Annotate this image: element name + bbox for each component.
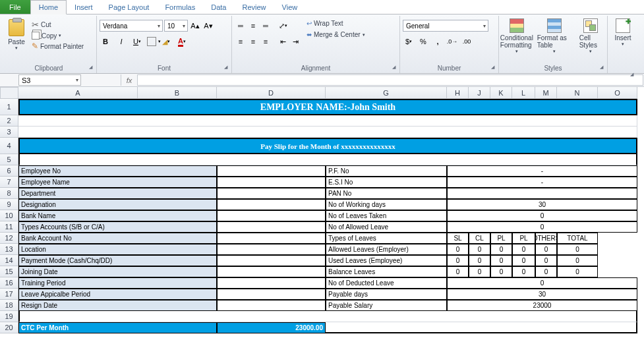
label-8-g[interactable]: PAN No <box>326 188 447 199</box>
val-10-d[interactable] <box>217 210 326 221</box>
row-header-18[interactable]: 18 <box>0 300 18 311</box>
row-header-2[interactable]: 2 <box>0 115 18 127</box>
val-9-d[interactable] <box>217 199 326 210</box>
leave-13-1[interactable]: 0 <box>469 244 490 255</box>
leave-14-2[interactable]: 0 <box>490 255 512 266</box>
row-header-9[interactable]: 9 <box>0 199 18 210</box>
fx-icon[interactable]: fx <box>121 74 138 86</box>
font-size-select[interactable]: 10 <box>164 20 188 32</box>
tab-data[interactable]: Data <box>203 0 234 14</box>
label-13-g[interactable]: Allowed Leaves (Employer) <box>326 244 447 255</box>
row-header-12[interactable]: 12 <box>0 233 18 244</box>
align-right-button[interactable]: ≡ <box>260 36 272 47</box>
row-header-4[interactable]: 4 <box>0 138 18 154</box>
col-header-J[interactable]: J <box>469 87 490 99</box>
leave-13-5[interactable]: 0 <box>557 244 598 255</box>
font-name-select[interactable]: Verdana <box>100 20 163 32</box>
percent-button[interactable]: % <box>417 36 429 47</box>
val-10-right[interactable]: 0 <box>447 210 637 221</box>
payslip-month-banner[interactable]: Pay Slip for the Month of xxxxxxxxxxxxxx… <box>18 138 637 154</box>
tab-insert[interactable]: Insert <box>67 0 101 14</box>
val-7-right[interactable]: - <box>447 177 637 188</box>
label-15-a[interactable]: Joining Date <box>18 266 217 277</box>
blank-row[interactable] <box>18 154 637 165</box>
shrink-font-button[interactable]: A▾ <box>202 20 214 32</box>
row-header-7[interactable]: 7 <box>0 177 18 188</box>
label-16-g[interactable]: No of Deducted Leave <box>326 277 447 289</box>
leave-head-SL[interactable]: SL <box>447 233 469 244</box>
label-11-a[interactable]: Types Accounts (S/B or C/A) <box>18 221 217 233</box>
val-7-d[interactable] <box>217 177 326 188</box>
col-header-M[interactable]: M <box>535 87 557 99</box>
leave-head-TOTAL[interactable]: TOTAL <box>557 233 598 244</box>
val-11-right[interactable]: 0 <box>447 221 637 233</box>
ctc-rest[interactable] <box>326 322 637 333</box>
row-header-5[interactable]: 5 <box>0 154 18 165</box>
tab-pagelayout[interactable]: Page Layout <box>101 0 158 14</box>
col-header-L[interactable]: L <box>512 87 535 99</box>
italic-button[interactable]: I <box>115 36 127 47</box>
borders-button[interactable]: ▾ <box>147 37 156 46</box>
insert-cells-button[interactable]: ✚ Insert▾ <box>610 17 635 48</box>
align-top-button[interactable]: ═ <box>235 20 247 32</box>
label-6-a[interactable]: Employee No <box>18 165 217 177</box>
label-12-a[interactable]: Bank Account No <box>18 233 217 244</box>
blank-row[interactable] <box>18 115 637 127</box>
label-10-a[interactable]: Bank Name <box>18 210 217 221</box>
leave-15-3[interactable]: 0 <box>512 266 535 277</box>
label-6-g[interactable]: P.F. No <box>326 165 447 177</box>
val-8-d[interactable] <box>217 188 326 199</box>
val-9-right[interactable]: 30 <box>447 199 637 210</box>
val-16-d[interactable] <box>217 277 326 289</box>
underline-button[interactable]: U▾ <box>131 36 143 47</box>
currency-button[interactable]: $▾ <box>403 36 415 47</box>
col-header-K[interactable]: K <box>490 87 512 99</box>
val-6-d[interactable] <box>217 165 326 177</box>
val-12-d[interactable] <box>217 233 326 244</box>
leave-13-2[interactable]: 0 <box>490 244 512 255</box>
leave-13-3[interactable]: 0 <box>512 244 535 255</box>
tab-formulas[interactable]: Formulas <box>157 0 203 14</box>
val-6-right[interactable]: - <box>447 165 637 177</box>
grow-font-button[interactable]: A▴ <box>189 20 201 32</box>
val-14-d[interactable] <box>217 255 326 266</box>
label-17-g[interactable]: Payable days <box>326 289 447 300</box>
blank-row[interactable] <box>18 127 637 138</box>
formula-input[interactable] <box>138 74 643 86</box>
label-15-g[interactable]: Balance Leaves <box>326 266 447 277</box>
label-16-a[interactable]: Training Period <box>18 277 217 289</box>
increase-indent-button[interactable]: ⇥ <box>289 36 301 47</box>
label-7-a[interactable]: Employee Name <box>18 177 217 188</box>
label-17-a[interactable]: Leave Appicalbe Period <box>18 289 217 300</box>
leave-15-1[interactable]: 0 <box>469 266 490 277</box>
row-header-15[interactable]: 15 <box>0 266 18 277</box>
leave-head-PL[interactable]: PL <box>512 233 535 244</box>
align-bottom-button[interactable]: ═ <box>260 20 272 32</box>
leave-15-5[interactable]: 0 <box>557 266 598 277</box>
label-9-a[interactable]: Designation <box>18 199 217 210</box>
label-13-a[interactable]: Location <box>18 244 217 255</box>
row-header-20[interactable]: 20 <box>0 322 18 333</box>
row-header-14[interactable]: 14 <box>0 255 18 266</box>
tab-view[interactable]: View <box>274 0 306 14</box>
label-18-g[interactable]: Payable Salary <box>326 300 447 311</box>
row-header-11[interactable]: 11 <box>0 221 18 233</box>
val-13-d[interactable] <box>217 244 326 255</box>
col-header-A[interactable]: A <box>18 87 138 99</box>
val-8-right[interactable] <box>447 188 637 199</box>
col-header-G[interactable]: G <box>326 87 447 99</box>
decrease-decimal-button[interactable]: .00 <box>461 36 473 47</box>
leave-13-4[interactable]: 0 <box>535 244 557 255</box>
val-17-right[interactable]: 30 <box>447 289 637 300</box>
tab-review[interactable]: Review <box>234 0 274 14</box>
wrap-text-button[interactable]: ↩Wrap Text <box>307 20 365 27</box>
select-all-corner[interactable] <box>0 87 18 99</box>
label-18-a[interactable]: Resign Date <box>18 300 217 311</box>
merge-center-button[interactable]: ⬌Merge & Center ▾ <box>307 31 365 38</box>
row-header-19[interactable]: 19 <box>0 311 18 322</box>
cut-button[interactable]: ✂Cut <box>32 20 84 30</box>
leave-head-OTHERS[interactable]: OTHERS <box>535 233 557 244</box>
row-header-3[interactable]: 3 <box>0 127 18 138</box>
worksheet[interactable]: 1234567891011121314151617181920 ABDGHJKL… <box>0 87 644 342</box>
orientation-button[interactable]: ⤢▾ <box>277 20 289 32</box>
